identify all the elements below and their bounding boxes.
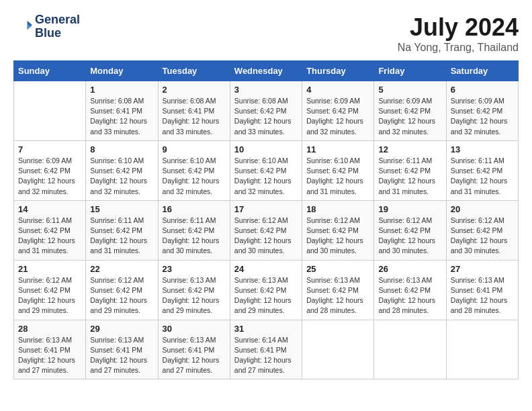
day-number: 9	[163, 144, 226, 154]
day-number: 13	[451, 144, 514, 154]
day-number: 28	[18, 324, 81, 334]
day-info: Sunrise: 6:12 AMSunset: 6:42 PMDaylight:…	[451, 216, 514, 257]
calendar-cell: 5Sunrise: 6:09 AMSunset: 6:42 PMDaylight…	[374, 81, 446, 141]
day-number: 11	[306, 144, 369, 154]
calendar-cell: 19Sunrise: 6:12 AMSunset: 6:42 PMDayligh…	[374, 200, 446, 260]
day-info: Sunrise: 6:11 AMSunset: 6:42 PMDaylight:…	[451, 156, 514, 197]
calendar-week-row: 1Sunrise: 6:08 AMSunset: 6:41 PMDaylight…	[14, 81, 519, 141]
calendar-cell: 8Sunrise: 6:10 AMSunset: 6:42 PMDaylight…	[86, 140, 158, 200]
calendar-cell: 31Sunrise: 6:14 AMSunset: 6:41 PMDayligh…	[230, 320, 302, 379]
day-number: 17	[234, 204, 298, 214]
day-info: Sunrise: 6:08 AMSunset: 6:41 PMDaylight:…	[163, 96, 226, 137]
calendar-cell: 11Sunrise: 6:10 AMSunset: 6:42 PMDayligh…	[302, 140, 374, 200]
day-number: 29	[90, 324, 153, 334]
calendar-header-row: SundayMondayTuesdayWednesdayThursdayFrid…	[14, 61, 519, 81]
day-number: 30	[163, 324, 226, 334]
day-number: 21	[18, 264, 81, 274]
day-info: Sunrise: 6:10 AMSunset: 6:42 PMDaylight:…	[306, 156, 369, 197]
day-info: Sunrise: 6:12 AMSunset: 6:42 PMDaylight:…	[234, 216, 298, 257]
calendar-cell	[14, 81, 86, 141]
col-header-thursday: Thursday	[302, 61, 374, 81]
day-info: Sunrise: 6:11 AMSunset: 6:42 PMDaylight:…	[378, 156, 441, 197]
calendar-cell: 14Sunrise: 6:11 AMSunset: 6:42 PMDayligh…	[14, 200, 86, 260]
day-info: Sunrise: 6:13 AMSunset: 6:41 PMDaylight:…	[90, 335, 153, 376]
calendar-cell: 7Sunrise: 6:09 AMSunset: 6:42 PMDaylight…	[14, 140, 86, 200]
calendar-cell: 9Sunrise: 6:10 AMSunset: 6:42 PMDaylight…	[158, 140, 230, 200]
day-info: Sunrise: 6:08 AMSunset: 6:41 PMDaylight:…	[90, 96, 153, 137]
subtitle: Na Yong, Trang, Thailand	[398, 42, 519, 54]
day-info: Sunrise: 6:10 AMSunset: 6:42 PMDaylight:…	[163, 156, 226, 197]
day-number: 26	[378, 264, 441, 274]
calendar-week-row: 21Sunrise: 6:12 AMSunset: 6:42 PMDayligh…	[14, 260, 519, 320]
day-number: 10	[234, 144, 298, 154]
day-info: Sunrise: 6:13 AMSunset: 6:42 PMDaylight:…	[163, 275, 226, 316]
day-info: Sunrise: 6:13 AMSunset: 6:42 PMDaylight:…	[234, 275, 298, 316]
day-number: 12	[378, 144, 441, 154]
col-header-friday: Friday	[374, 61, 446, 81]
day-info: Sunrise: 6:12 AMSunset: 6:42 PMDaylight:…	[90, 275, 153, 316]
calendar-cell	[302, 320, 374, 379]
day-info: Sunrise: 6:12 AMSunset: 6:42 PMDaylight:…	[306, 216, 369, 257]
calendar-cell: 15Sunrise: 6:11 AMSunset: 6:42 PMDayligh…	[86, 200, 158, 260]
day-info: Sunrise: 6:14 AMSunset: 6:41 PMDaylight:…	[234, 335, 298, 376]
day-number: 3	[234, 85, 298, 95]
logo-line2: Blue	[35, 27, 80, 40]
day-info: Sunrise: 6:10 AMSunset: 6:42 PMDaylight:…	[90, 156, 153, 197]
calendar-cell: 18Sunrise: 6:12 AMSunset: 6:42 PMDayligh…	[302, 200, 374, 260]
col-header-tuesday: Tuesday	[158, 61, 230, 81]
calendar-cell: 12Sunrise: 6:11 AMSunset: 6:42 PMDayligh…	[374, 140, 446, 200]
calendar-cell: 30Sunrise: 6:13 AMSunset: 6:41 PMDayligh…	[158, 320, 230, 379]
logo: General Blue	[13, 13, 80, 40]
calendar-cell	[446, 320, 518, 379]
day-info: Sunrise: 6:12 AMSunset: 6:42 PMDaylight:…	[378, 216, 441, 257]
col-header-monday: Monday	[86, 61, 158, 81]
day-number: 7	[18, 144, 81, 154]
day-number: 19	[378, 204, 441, 214]
calendar-cell: 3Sunrise: 6:08 AMSunset: 6:42 PMDaylight…	[230, 81, 302, 141]
calendar-cell: 23Sunrise: 6:13 AMSunset: 6:42 PMDayligh…	[158, 260, 230, 320]
calendar-cell: 17Sunrise: 6:12 AMSunset: 6:42 PMDayligh…	[230, 200, 302, 260]
day-number: 22	[90, 264, 153, 274]
day-info: Sunrise: 6:12 AMSunset: 6:42 PMDaylight:…	[18, 275, 81, 316]
day-number: 6	[451, 85, 514, 95]
day-info: Sunrise: 6:13 AMSunset: 6:41 PMDaylight:…	[18, 335, 81, 376]
calendar-cell	[374, 320, 446, 379]
calendar-cell: 1Sunrise: 6:08 AMSunset: 6:41 PMDaylight…	[86, 81, 158, 141]
col-header-saturday: Saturday	[446, 61, 518, 81]
calendar-cell: 2Sunrise: 6:08 AMSunset: 6:41 PMDaylight…	[158, 81, 230, 141]
day-info: Sunrise: 6:09 AMSunset: 6:42 PMDaylight:…	[18, 156, 81, 197]
calendar-week-row: 7Sunrise: 6:09 AMSunset: 6:42 PMDaylight…	[14, 140, 519, 200]
calendar-cell: 25Sunrise: 6:13 AMSunset: 6:42 PMDayligh…	[302, 260, 374, 320]
calendar-cell: 26Sunrise: 6:13 AMSunset: 6:42 PMDayligh…	[374, 260, 446, 320]
logo-icon	[13, 17, 32, 36]
day-info: Sunrise: 6:09 AMSunset: 6:42 PMDaylight:…	[451, 96, 514, 137]
day-number: 4	[306, 85, 369, 95]
day-number: 8	[90, 144, 153, 154]
day-number: 15	[90, 204, 153, 214]
calendar-cell: 28Sunrise: 6:13 AMSunset: 6:41 PMDayligh…	[14, 320, 86, 379]
calendar-week-row: 14Sunrise: 6:11 AMSunset: 6:42 PMDayligh…	[14, 200, 519, 260]
logo-line1: General	[35, 13, 80, 27]
calendar-cell: 20Sunrise: 6:12 AMSunset: 6:42 PMDayligh…	[446, 200, 518, 260]
calendar-cell: 16Sunrise: 6:11 AMSunset: 6:42 PMDayligh…	[158, 200, 230, 260]
calendar-cell: 6Sunrise: 6:09 AMSunset: 6:42 PMDaylight…	[446, 81, 518, 141]
day-number: 1	[90, 85, 153, 95]
calendar-cell: 22Sunrise: 6:12 AMSunset: 6:42 PMDayligh…	[86, 260, 158, 320]
day-info: Sunrise: 6:11 AMSunset: 6:42 PMDaylight:…	[163, 216, 226, 257]
col-header-sunday: Sunday	[14, 61, 86, 81]
main-title: July 2024	[398, 13, 519, 42]
day-info: Sunrise: 6:09 AMSunset: 6:42 PMDaylight:…	[378, 96, 441, 137]
day-info: Sunrise: 6:10 AMSunset: 6:42 PMDaylight:…	[234, 156, 298, 197]
day-info: Sunrise: 6:13 AMSunset: 6:41 PMDaylight:…	[451, 275, 514, 316]
calendar-cell: 27Sunrise: 6:13 AMSunset: 6:41 PMDayligh…	[446, 260, 518, 320]
day-number: 24	[234, 264, 298, 274]
day-info: Sunrise: 6:13 AMSunset: 6:41 PMDaylight:…	[163, 335, 226, 376]
day-info: Sunrise: 6:08 AMSunset: 6:42 PMDaylight:…	[234, 96, 298, 137]
day-info: Sunrise: 6:13 AMSunset: 6:42 PMDaylight:…	[306, 275, 369, 316]
day-number: 25	[306, 264, 369, 274]
day-number: 14	[18, 204, 81, 214]
calendar-cell: 24Sunrise: 6:13 AMSunset: 6:42 PMDayligh…	[230, 260, 302, 320]
day-number: 16	[163, 204, 226, 214]
day-number: 2	[163, 85, 226, 95]
day-info: Sunrise: 6:11 AMSunset: 6:42 PMDaylight:…	[18, 216, 81, 257]
